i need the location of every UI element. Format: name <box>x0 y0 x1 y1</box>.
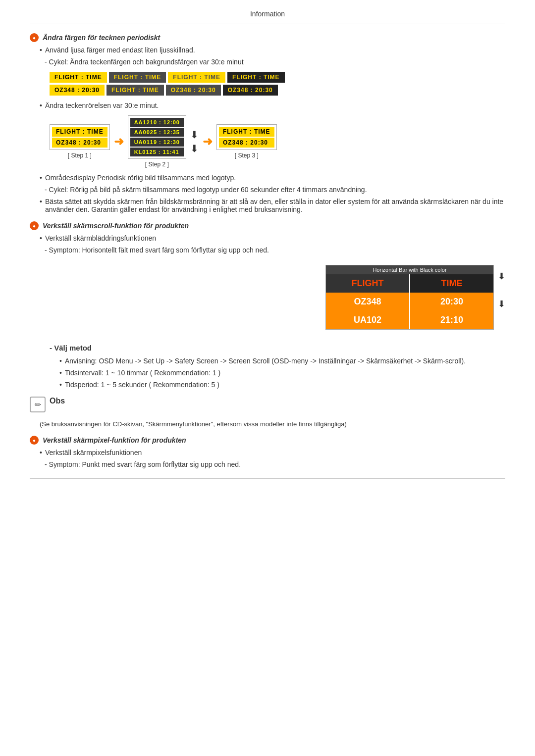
obs-icon: ✏ <box>30 397 46 412</box>
obs-icon-container: ✏ <box>30 397 46 412</box>
bullet-3-text: Områdesdisplay Periodisk rörlig bild til… <box>45 174 236 182</box>
step-diagram: FLIGHT : TIME OZ348 : 20:30 [ Step 1 ] ➜… <box>50 115 505 168</box>
cell-col4-bot: OZ348 : 20:30 <box>223 85 278 96</box>
hbar-flight-label: FLIGHT <box>326 274 409 293</box>
cell-col3-bot: OZ348 : 20:30 <box>166 85 221 96</box>
step2-label: [ Step 2 ] <box>145 161 169 168</box>
arrow-down-1: ⬇ <box>190 129 199 141</box>
arrow-2: ➜ <box>203 135 213 149</box>
step2-row2a: UA0119 : 12:30 <box>130 138 184 147</box>
hbar-arrow-1: ⬇ <box>498 271 505 282</box>
step2-row1a: AA1210 : 12:00 <box>130 118 184 127</box>
section2-heading: ● Verkställ skärmscroll-funktion för pro… <box>30 221 505 230</box>
page-header: Information <box>30 10 505 23</box>
step2-row1b: AA0025 : 12:35 <box>130 128 184 137</box>
step3-container: FLIGHT : TIME OZ348 : 20:30 [ Step 3 ] <box>216 124 277 159</box>
step2-row2b: KL0125 : 11:41 <box>130 148 184 156</box>
sub-item-3: - Symptom: Horisontellt fält med svart f… <box>45 246 505 254</box>
step1-label: [ Step 1 ] <box>50 152 110 159</box>
bullet-3: Områdesdisplay Periodisk rörlig bild til… <box>40 174 505 182</box>
valj-heading: - Välj metod <box>50 344 505 352</box>
hbar-time-label: TIME <box>410 274 493 293</box>
orange-bullet-1: ● <box>30 33 39 42</box>
flight-row-2: OZ348 : 20:30 FLIGHT : TIME OZ348 : 20:3… <box>50 85 505 96</box>
hbar-oz-row: OZ348 20:30 <box>326 293 493 311</box>
arrows-down: ⬇ ⬇ <box>190 129 199 154</box>
hbar-header: Horizontal Bar with Black color <box>326 265 493 274</box>
sub-item-3-text: - Symptom: Horisontellt fält med svart f… <box>45 246 269 254</box>
valj-bullet-2-text: Tidsintervall: 1 ~ 10 timmar ( Rekommend… <box>65 369 220 377</box>
arrow-down-2: ⬇ <box>190 143 199 154</box>
obs-label: Obs <box>50 397 65 405</box>
sub-item-4: - Symptom: Punkt med svart färg som förf… <box>45 460 505 468</box>
flight-row-1: FLIGHT : TIME FLIGHT : TIME FLIGHT : TIM… <box>50 72 505 83</box>
hbar-2110-value: 21:10 <box>410 311 493 329</box>
valj-bullet-1: Anvisning: OSD Menu -> Set Up -> Safety … <box>59 357 505 365</box>
sub-item-1-text: - Cykel: Ändra teckenfärgen och bakgrund… <box>45 58 244 66</box>
bullet-2: Ändra teckenrörelsen var 30:e minut. <box>40 101 505 109</box>
section3-heading: ● Verkställ skärmpixel-funktion för prod… <box>30 436 505 445</box>
step1-table: FLIGHT : TIME OZ348 : 20:30 <box>52 127 107 148</box>
step1-row1: FLIGHT : TIME <box>52 127 107 137</box>
hbar-label-row: FLIGHT TIME <box>326 274 493 293</box>
step1-container: FLIGHT : TIME OZ348 : 20:30 [ Step 1 ] <box>50 124 110 159</box>
step3-row1: FLIGHT : TIME <box>219 127 274 137</box>
valj-bullet-2: Tidsintervall: 1 ~ 10 timmar ( Rekommend… <box>59 369 505 377</box>
sub-item-2: - Cykel: Rörlig på bild på skärm tillsam… <box>45 186 505 194</box>
hbar-arrow-2: ⬇ <box>498 299 505 309</box>
obs-content: Obs <box>50 397 65 405</box>
hbar-ua-value: UA102 <box>326 311 409 329</box>
hbar-arrows: ⬇ ⬇ <box>498 259 505 309</box>
section1-heading-text: Ändra färgen för tecknen periodiskt <box>43 34 160 42</box>
valj-bullet-3-text: Tidsperiod: 1 ~ 5 sekunder ( Rekommendat… <box>65 381 219 389</box>
sub-item-4-text: - Symptom: Punkt med svart färg som förf… <box>45 460 241 468</box>
bullet-6-text: Verkställ skärmpixelsfunktionen <box>45 449 142 456</box>
bullet-1-text: Använd ljusa färger med endast liten lju… <box>45 46 195 54</box>
orange-bullet-2: ● <box>30 221 39 230</box>
hbar-display: Horizontal Bar with Black color FLIGHT T… <box>325 265 494 330</box>
hbar-section: Horizontal Bar with Black color FLIGHT T… <box>30 259 505 336</box>
sub-item-1: - Cykel: Ändra teckenfärgen och bakgrund… <box>45 58 505 66</box>
hbar-2030-value: 20:30 <box>410 293 493 311</box>
section2-heading-text: Verkställ skärmscroll-funktion för produ… <box>43 222 189 230</box>
section3-heading-text: Verkställ skärmpixel-funktion för produk… <box>43 436 186 444</box>
cell-col2-top: FLIGHT : TIME <box>109 72 166 83</box>
bullet-4: Bästa sättet att skydda skärmen från bil… <box>40 198 505 213</box>
cell-col3-top: FLIGHT : TIME <box>168 72 225 83</box>
page-footer <box>30 478 505 484</box>
cell-col1-bot: OZ348 : 20:30 <box>50 85 105 96</box>
section1-heading: ● Ändra färgen för tecknen periodiskt <box>30 33 505 42</box>
valj-section: - Välj metod Anvisning: OSD Menu -> Set … <box>50 344 505 389</box>
cell-col2-bot: FLIGHT : TIME <box>107 85 164 96</box>
cell-col4-top: FLIGHT : TIME <box>227 72 285 83</box>
color-variants-table: FLIGHT : TIME FLIGHT : TIME FLIGHT : TIM… <box>50 72 505 96</box>
bullet-5-text: Verkställ skärmbläddringsfunktionen <box>45 234 156 242</box>
page-title: Information <box>250 10 285 18</box>
obs-text: (Se bruksanvisningen för CD-skivan, "Skä… <box>40 420 347 428</box>
step3-box: FLIGHT : TIME OZ348 : 20:30 <box>216 124 277 150</box>
orange-bullet-3: ● <box>30 436 39 445</box>
bullet-2-text: Ändra teckenrörelsen var 30:e minut. <box>45 101 159 109</box>
step3-row2: OZ348 : 20:30 <box>219 138 274 148</box>
step2-container: AA1210 : 12:00 AA0025 : 12:35 UA0119 : 1… <box>128 115 186 168</box>
step1-row2: OZ348 : 20:30 <box>52 138 107 148</box>
sub-item-2-text: - Cykel: Rörlig på bild på skärm tillsam… <box>45 186 367 194</box>
step3-table: FLIGHT : TIME OZ348 : 20:30 <box>219 127 274 148</box>
step2-box: AA1210 : 12:00 AA0025 : 12:35 UA0119 : 1… <box>128 115 186 159</box>
bullet-6: Verkställ skärmpixelsfunktionen <box>40 449 505 456</box>
hbar-oz-value: OZ348 <box>326 293 409 311</box>
valj-bullet-1-text: Anvisning: OSD Menu -> Set Up -> Safety … <box>65 357 466 365</box>
bullet-4-text: Bästa sättet att skydda skärmen från bil… <box>45 198 505 213</box>
arrow-1: ➜ <box>114 135 124 149</box>
bullet-1: Använd ljusa färger med endast liten lju… <box>40 46 505 54</box>
valj-bullet-3: Tidsperiod: 1 ~ 5 sekunder ( Rekommendat… <box>59 381 505 389</box>
step3-label: [ Step 3 ] <box>216 152 277 159</box>
hbar-ua-row: UA102 21:10 <box>326 311 493 329</box>
obs-text-block: (Se bruksanvisningen för CD-skivan, "Skä… <box>40 420 505 428</box>
bullet-5: Verkställ skärmbläddringsfunktionen <box>40 234 505 242</box>
obs-section: ✏ Obs <box>30 397 505 412</box>
cell-col1-top: FLIGHT : TIME <box>50 72 107 83</box>
step1-box: FLIGHT : TIME OZ348 : 20:30 <box>50 124 110 150</box>
